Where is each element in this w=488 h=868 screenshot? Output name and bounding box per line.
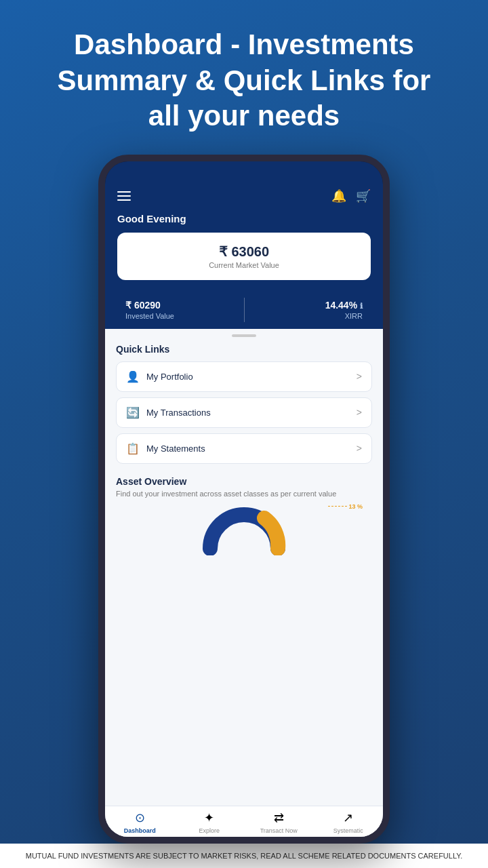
hero-title: Dashboard - Investments Summary & Quick … bbox=[0, 0, 488, 155]
greeting-text: Good Evening bbox=[117, 213, 371, 224]
stat-divider bbox=[244, 298, 245, 322]
invested-value: ₹ 60290 bbox=[125, 300, 230, 311]
topbar-icons: 🔔 🛒 bbox=[331, 189, 371, 203]
current-value: ₹ 63060 bbox=[128, 243, 360, 260]
cart-icon[interactable]: 🛒 bbox=[356, 189, 371, 203]
drag-bar bbox=[232, 334, 256, 337]
quick-link-portfolio-left: 👤 My Portfolio bbox=[126, 370, 193, 383]
transact-icon: ⇄ bbox=[274, 810, 284, 825]
bottom-nav: ⊙ Dashboard ✦ Explore ⇄ Transact Now ↗ S… bbox=[105, 806, 383, 837]
systematic-nav-label: Systematic bbox=[333, 827, 363, 834]
xirr-stat: 14.44% ℹ XIRR bbox=[258, 300, 363, 320]
app-topbar: 🔔 🛒 bbox=[105, 182, 383, 213]
donut-chart bbox=[200, 505, 288, 555]
invested-value-stat: ₹ 60290 Invested Value bbox=[125, 300, 230, 320]
drag-handle bbox=[105, 329, 383, 341]
nav-item-transact[interactable]: ⇄ Transact Now bbox=[244, 810, 314, 834]
dashboard-nav-label: Dashboard bbox=[124, 827, 156, 834]
phone-frame: 🔔 🛒 Good Evening ₹ 63060 Current Market … bbox=[98, 155, 390, 844]
explore-nav-label: Explore bbox=[199, 827, 220, 834]
quick-links-title: Quick Links bbox=[105, 341, 383, 361]
invested-label: Invested Value bbox=[125, 312, 230, 320]
transact-nav-label: Transact Now bbox=[260, 827, 298, 834]
chart-area: 13 % bbox=[116, 499, 372, 555]
portfolio-label: My Portfolio bbox=[146, 372, 193, 382]
portfolio-chevron: > bbox=[357, 371, 362, 382]
statements-icon: 📋 bbox=[126, 442, 140, 455]
menu-icon[interactable] bbox=[117, 191, 131, 201]
disclaimer: MUTUAL FUND INVESTMENTS ARE SUBJECT TO M… bbox=[0, 844, 488, 869]
nav-item-systematic[interactable]: ↗ Systematic bbox=[314, 810, 384, 834]
explore-icon: ✦ bbox=[204, 810, 214, 825]
app-content: Good Evening ₹ 63060 Current Market Valu… bbox=[105, 213, 383, 837]
percent-label: 13 % bbox=[348, 503, 363, 510]
quick-link-portfolio[interactable]: 👤 My Portfolio > bbox=[116, 361, 372, 392]
current-value-label: Current Market Value bbox=[128, 261, 360, 269]
transactions-icon: 🔄 bbox=[126, 406, 140, 419]
quick-link-transactions[interactable]: 🔄 My Transactions > bbox=[116, 397, 372, 428]
bell-icon[interactable]: 🔔 bbox=[331, 189, 346, 203]
asset-subtitle: Find out your investment across asset cl… bbox=[116, 489, 372, 499]
systematic-icon: ↗ bbox=[343, 810, 353, 825]
phone-mockup: 🔔 🛒 Good Evening ₹ 63060 Current Market … bbox=[0, 155, 488, 844]
quick-link-statements-left: 📋 My Statements bbox=[126, 442, 205, 455]
statements-label: My Statements bbox=[146, 443, 205, 454]
asset-title: Asset Overview bbox=[116, 476, 372, 487]
nav-item-dashboard[interactable]: ⊙ Dashboard bbox=[105, 810, 175, 834]
info-icon: ℹ bbox=[360, 302, 363, 310]
transactions-chevron: > bbox=[357, 407, 362, 418]
quick-link-statements[interactable]: 📋 My Statements > bbox=[116, 433, 372, 464]
market-value-card: ₹ 63060 Current Market Value bbox=[117, 233, 371, 280]
quick-link-transactions-left: 🔄 My Transactions bbox=[126, 406, 211, 419]
xirr-label: XIRR bbox=[258, 312, 363, 320]
transactions-label: My Transactions bbox=[146, 408, 211, 418]
nav-item-explore[interactable]: ✦ Explore bbox=[175, 810, 245, 834]
greeting-section: Good Evening ₹ 63060 Current Market Valu… bbox=[105, 213, 383, 291]
scroll-content: Quick Links 👤 My Portfolio > 🔄 My Transa… bbox=[105, 329, 383, 806]
portfolio-icon: 👤 bbox=[126, 370, 140, 383]
statements-chevron: > bbox=[357, 443, 362, 454]
asset-overview-section: Asset Overview Find out your investment … bbox=[105, 469, 383, 561]
status-bar bbox=[105, 161, 383, 182]
dashboard-icon: ⊙ bbox=[135, 810, 145, 825]
stats-banner: ₹ 60290 Invested Value 14.44% ℹ XIRR bbox=[105, 291, 383, 329]
xirr-value: 14.44% ℹ bbox=[258, 300, 363, 311]
